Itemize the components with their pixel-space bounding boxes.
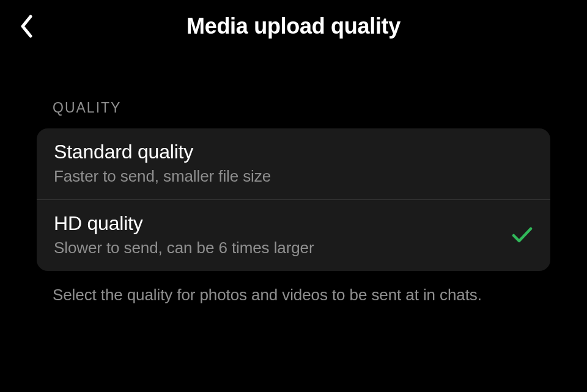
- chevron-left-icon: [20, 15, 33, 38]
- option-title: Standard quality: [54, 141, 271, 163]
- checkmark-icon: [511, 224, 533, 246]
- content: QUALITY Standard quality Faster to send,…: [0, 52, 587, 306]
- page-title: Media upload quality: [186, 13, 401, 39]
- option-subtitle: Faster to send, smaller file size: [54, 167, 271, 186]
- back-button[interactable]: [11, 11, 42, 42]
- option-text: HD quality Slower to send, can be 6 time…: [54, 212, 314, 257]
- section-footer: Select the quality for photos and videos…: [53, 284, 534, 306]
- option-hd-quality[interactable]: HD quality Slower to send, can be 6 time…: [37, 199, 550, 271]
- option-standard-quality[interactable]: Standard quality Faster to send, smaller…: [37, 128, 550, 199]
- header: Media upload quality: [0, 0, 587, 52]
- option-subtitle: Slower to send, can be 6 times larger: [54, 239, 314, 257]
- option-text: Standard quality Faster to send, smaller…: [54, 141, 271, 186]
- option-title: HD quality: [54, 212, 314, 235]
- section-header: QUALITY: [53, 100, 550, 116]
- quality-option-list: Standard quality Faster to send, smaller…: [37, 128, 550, 271]
